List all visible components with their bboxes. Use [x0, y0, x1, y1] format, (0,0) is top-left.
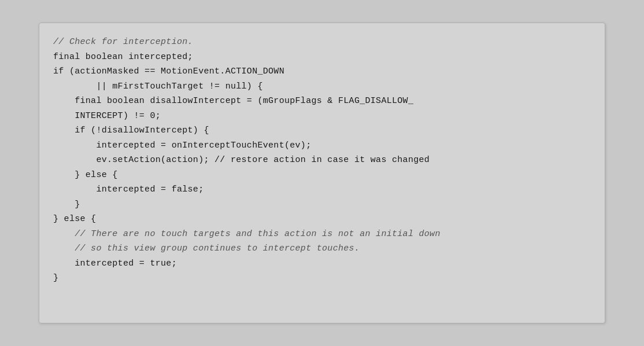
code-line: if (!disallowIntercept) { — [53, 126, 209, 135]
code-line: intercepted = false; — [53, 185, 203, 194]
code-line: final boolean intercepted; — [53, 52, 193, 62]
code-line: } — [53, 273, 58, 283]
code-line: // There are no touch targets and this a… — [53, 229, 441, 239]
code-line: } — [53, 200, 80, 209]
code-line: intercepted = onInterceptTouchEvent(ev); — [53, 141, 311, 150]
code-line: if (actionMasked == MotionEvent.ACTION_D… — [53, 67, 284, 76]
code-line: // Check for interception. — [53, 37, 193, 47]
code-line: intercepted = true; — [53, 259, 177, 268]
code-block: // Check for interception. final boolean… — [39, 23, 605, 323]
code-line: INTERCEPT) != 0; — [53, 111, 161, 121]
code-line: } else { — [53, 170, 118, 180]
code-line: ev.setAction(action); // restore action … — [53, 155, 430, 165]
code-line: } else { — [53, 214, 96, 224]
code-line: final boolean disallowIntercept = (mGrou… — [53, 96, 413, 106]
code-line: || mFirstTouchTarget != null) { — [53, 82, 263, 91]
code-line: // so this view group continues to inter… — [53, 244, 360, 253]
code-content: // Check for interception. final boolean… — [53, 35, 591, 286]
